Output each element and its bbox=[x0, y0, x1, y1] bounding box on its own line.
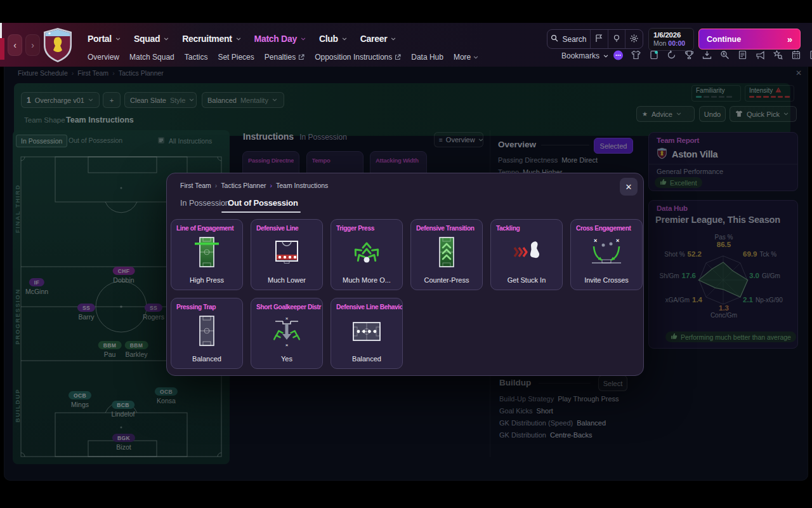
modal-card-pressing-trap[interactable]: Pressing TrapBalanced bbox=[171, 298, 243, 369]
cross-engagement-icon: ×× bbox=[571, 234, 642, 271]
scouting-icon[interactable] bbox=[719, 50, 730, 60]
search-label: Search bbox=[562, 35, 586, 44]
subnav-match-squad[interactable]: Match Squad bbox=[129, 53, 174, 62]
card-title: Defensive Line Behavio bbox=[331, 298, 402, 311]
bookmarks-label: Bookmarks bbox=[561, 51, 599, 60]
bookmarks-dropdown[interactable]: Bookmarks bbox=[561, 51, 608, 60]
card-title: Defensive Line bbox=[251, 220, 322, 232]
modal-active-tab-underline bbox=[221, 211, 301, 213]
card-title: Defensive Transition bbox=[411, 220, 482, 232]
breadcrumb-separator: › bbox=[270, 182, 273, 189]
card-value: Much Lower bbox=[251, 276, 322, 284]
chevron-down-icon bbox=[603, 55, 608, 58]
modal-card-defensive-line-behaviour[interactable]: Defensive Line BehavioBalanced bbox=[331, 298, 403, 369]
search-icon bbox=[551, 34, 558, 44]
nav-portal[interactable]: Portal bbox=[88, 34, 121, 44]
nav-career[interactable]: Career bbox=[360, 34, 396, 44]
star-search-icon[interactable] bbox=[773, 50, 783, 60]
date-day-time: Mon 00:00 bbox=[653, 39, 689, 48]
subnav-opposition-instructions[interactable]: Opposition Instructions bbox=[315, 53, 401, 62]
report-icon[interactable] bbox=[737, 50, 748, 60]
continue-arrow-icon: » bbox=[787, 34, 792, 44]
card-title: Line of Engagement bbox=[171, 220, 242, 232]
nav-squad[interactable]: Squad bbox=[134, 34, 169, 44]
short-gk-distribution-icon: ×× bbox=[251, 313, 322, 350]
breadcrumb-item[interactable]: Team Instructions bbox=[276, 182, 328, 189]
modal-card-short-gk-distribution[interactable]: Short Goalkeeper Distr××Yes bbox=[251, 298, 323, 369]
breadcrumb-separator: › bbox=[215, 182, 218, 189]
card-value: Much More O... bbox=[331, 276, 402, 284]
modal-card-defensive-transition[interactable]: Defensive TransitionCounter-Press bbox=[410, 219, 483, 290]
nav-match-day[interactable]: Match Day bbox=[254, 34, 306, 44]
modal-breadcrumb[interactable]: First Team›Tactics Planner›Team Instruct… bbox=[180, 182, 328, 189]
breadcrumb-item[interactable]: Tactics Planner bbox=[221, 182, 266, 189]
defensive-line-behaviour-icon bbox=[331, 313, 402, 350]
subnav-overview[interactable]: Overview bbox=[88, 53, 119, 62]
gear-icon bbox=[630, 34, 638, 45]
card-title: Cross Engagement bbox=[571, 220, 642, 232]
subnav-penalties[interactable]: Penalties bbox=[265, 53, 304, 62]
date-time: 00:00 bbox=[668, 39, 685, 47]
date-value: 1/6/2026 bbox=[653, 30, 689, 39]
card-value: Balanced bbox=[331, 355, 402, 363]
bulb-icon bbox=[613, 34, 620, 45]
card-value: High Press bbox=[171, 276, 242, 284]
card-value: Counter-Press bbox=[411, 276, 482, 284]
news-icon[interactable] bbox=[755, 50, 766, 60]
svg-text:×: × bbox=[616, 237, 619, 244]
line-of-engagement-icon bbox=[171, 234, 242, 271]
modal-card-line-of-engagement[interactable]: Line of EngagementHigh Press bbox=[171, 219, 243, 290]
game-date[interactable]: 1/6/2026 Mon 00:00 bbox=[648, 28, 694, 51]
card-value: Yes bbox=[251, 355, 322, 363]
subnav-data-hub[interactable]: Data Hub bbox=[411, 53, 443, 62]
flag-icon bbox=[595, 34, 603, 45]
subnav-tactics[interactable]: Tactics bbox=[185, 53, 208, 62]
notebook-icon[interactable] bbox=[808, 50, 812, 60]
modal-tab-in-possession[interactable]: In Possession bbox=[180, 199, 230, 208]
modal-card-defensive-line[interactable]: Defensive LineMuch Lower bbox=[251, 219, 323, 290]
sync-icon[interactable] bbox=[666, 50, 677, 60]
nav-recruitment[interactable]: Recruitment bbox=[182, 34, 240, 44]
svg-text:×: × bbox=[285, 316, 289, 321]
subnav-more[interactable]: More bbox=[454, 53, 478, 62]
window-edge-highlight bbox=[0, 23, 2, 38]
modal-card-trigger-press[interactable]: Trigger PressMuch More O... bbox=[331, 219, 403, 290]
quick-access-icons bbox=[613, 50, 812, 60]
kit-icon[interactable] bbox=[631, 50, 641, 60]
pressing-trap-icon bbox=[171, 313, 242, 350]
modal-tab-out-of-possession[interactable]: Out of Possession bbox=[228, 198, 298, 208]
card-title: Pressing Trap bbox=[171, 298, 242, 311]
assistant-chat-icon[interactable] bbox=[613, 50, 624, 60]
modal-close-button[interactable]: ✕ bbox=[620, 178, 638, 196]
trophy-icon[interactable] bbox=[684, 50, 695, 60]
search-button[interactable]: Search bbox=[547, 30, 591, 48]
club-crest[interactable] bbox=[43, 27, 72, 65]
modal-card-tackling[interactable]: TacklingGet Stuck In bbox=[490, 219, 563, 290]
card-value: Balanced bbox=[171, 355, 242, 363]
card-title: Tackling bbox=[491, 220, 562, 232]
screen: ‹ › PortalSquadRecruitmentMatch DayClubC… bbox=[0, 0, 812, 508]
flag-button[interactable] bbox=[591, 30, 608, 48]
svg-text:×: × bbox=[594, 237, 597, 244]
modal-card-cross-engagement[interactable]: Cross Engagement××Invite Crosses bbox=[570, 219, 643, 290]
settings-button[interactable] bbox=[625, 30, 643, 48]
download-icon[interactable] bbox=[702, 50, 712, 60]
continue-button[interactable]: Continue » bbox=[698, 29, 801, 50]
top-navigation-bar: ‹ › PortalSquadRecruitmentMatch DayClubC… bbox=[0, 23, 812, 67]
calendar-icon[interactable] bbox=[790, 50, 801, 60]
card-value: Get Stuck In bbox=[491, 276, 562, 284]
team-instructions-modal: First Team›Tactics Planner›Team Instruct… bbox=[166, 173, 644, 376]
window-edge-accent bbox=[0, 38, 4, 60]
main-navigation: PortalSquadRecruitmentMatch DayClubCaree… bbox=[88, 30, 396, 47]
subnav-set-pieces[interactable]: Set Pieces bbox=[218, 53, 254, 62]
inbox-card-icon[interactable] bbox=[648, 50, 659, 60]
breadcrumb-item[interactable]: First Team bbox=[180, 182, 211, 189]
back-button[interactable]: ‹ bbox=[8, 34, 22, 56]
search-group: Search bbox=[547, 29, 643, 49]
sub-navigation: OverviewMatch SquadTacticsSet PiecesPena… bbox=[88, 51, 478, 64]
nav-club[interactable]: Club bbox=[319, 34, 347, 44]
svg-text:×: × bbox=[285, 342, 289, 348]
assistant-button[interactable] bbox=[608, 30, 626, 48]
tackling-icon bbox=[491, 234, 562, 271]
forward-button[interactable]: › bbox=[25, 34, 40, 56]
